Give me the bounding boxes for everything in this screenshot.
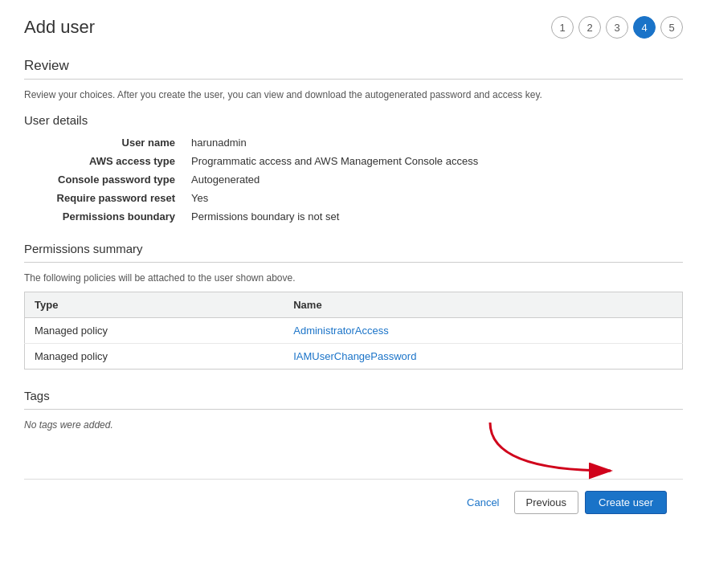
- step-5: 5: [660, 16, 683, 39]
- user-details-label-password-reset: Require password reset: [24, 189, 185, 207]
- permissions-section: Permissions summary The following polici…: [24, 242, 683, 370]
- previous-button[interactable]: Previous: [514, 491, 579, 514]
- user-details-value-permissions-boundary: Permissions boundary is not set: [185, 207, 683, 226]
- step-3: 3: [606, 16, 628, 39]
- permissions-col-type: Type: [25, 292, 284, 318]
- user-details-row-password-type: Console password type Autogenerated: [24, 170, 683, 189]
- cancel-button[interactable]: Cancel: [459, 492, 507, 513]
- page-header: Add user 1 2 3 4 5: [24, 16, 683, 39]
- arrow-indicator: [474, 414, 635, 489]
- user-details-row-permissions-boundary: Permissions boundary Permissions boundar…: [24, 207, 683, 226]
- user-details-label-username: User name: [24, 133, 185, 152]
- user-details-value-username: harunadmin: [185, 133, 683, 152]
- user-details-table: User name harunadmin AWS access type Pro…: [24, 133, 683, 226]
- user-details-row-password-reset: Require password reset Yes: [24, 189, 683, 207]
- permissions-row1-name: AdministratorAccess: [284, 318, 682, 344]
- step-2: 2: [578, 16, 601, 39]
- permissions-table-header: Type Name: [25, 292, 683, 318]
- permissions-description: The following policies will be attached …: [24, 272, 683, 284]
- review-heading: Review: [24, 58, 683, 74]
- footer-area: Cancel Previous Create user: [24, 479, 683, 525]
- user-details-label-access-type: AWS access type: [24, 152, 185, 170]
- iam-user-change-password-link[interactable]: IAMUserChangePassword: [293, 350, 416, 362]
- review-description: Review your choices. After you create th…: [24, 89, 683, 100]
- review-divider: [24, 79, 683, 80]
- user-details-row-access-type: AWS access type Programmatic access and …: [24, 152, 683, 170]
- user-details-value-password-reset: Yes: [185, 189, 683, 207]
- page-title: Add user: [24, 17, 95, 38]
- table-row: Managed policy IAMUserChangePassword: [25, 344, 683, 370]
- permissions-divider: [24, 262, 683, 263]
- tags-heading: Tags: [24, 389, 683, 402]
- permissions-table: Type Name Managed policy AdministratorAc…: [24, 292, 683, 370]
- arrow-svg: [474, 414, 635, 487]
- step-1: 1: [551, 16, 574, 39]
- review-section: Review Review your choices. After you cr…: [24, 58, 683, 100]
- permissions-row2-type: Managed policy: [25, 344, 284, 370]
- tags-divider: [24, 409, 683, 410]
- step-4: 4: [633, 16, 656, 39]
- create-user-button[interactable]: Create user: [585, 491, 667, 514]
- user-details-label-permissions-boundary: Permissions boundary: [24, 207, 185, 226]
- user-details-value-password-type: Autogenerated: [185, 170, 683, 189]
- administrator-access-link[interactable]: AdministratorAccess: [293, 325, 388, 337]
- permissions-row2-name: IAMUserChangePassword: [284, 344, 682, 370]
- user-details-row-username: User name harunadmin: [24, 133, 683, 152]
- steps-indicator: 1 2 3 4 5: [551, 16, 683, 39]
- user-details-section: User details User name harunadmin AWS ac…: [24, 113, 683, 226]
- permissions-row1-type: Managed policy: [25, 318, 284, 344]
- user-details-heading: User details: [24, 113, 683, 127]
- user-details-value-access-type: Programmatic access and AWS Management C…: [185, 152, 683, 170]
- table-row: Managed policy AdministratorAccess: [25, 318, 683, 344]
- permissions-heading: Permissions summary: [24, 242, 683, 255]
- permissions-col-name: Name: [284, 292, 682, 318]
- user-details-label-password-type: Console password type: [24, 170, 185, 189]
